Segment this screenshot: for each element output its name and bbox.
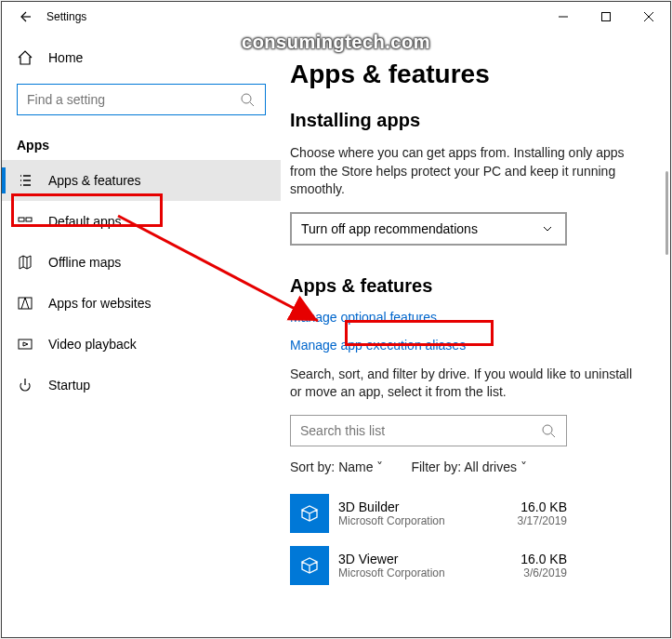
home-icon	[17, 49, 33, 66]
app-name: 3D Builder	[338, 499, 518, 514]
window-title: Settings	[46, 10, 86, 23]
list-icon	[17, 172, 33, 189]
svg-rect-4	[19, 298, 32, 309]
back-button[interactable]	[9, 2, 39, 32]
website-icon	[17, 295, 33, 312]
app-date: 3/6/2019	[520, 566, 567, 579]
app-size: 16.0 KB	[518, 499, 567, 514]
nav-default-apps[interactable]: Default apps	[2, 201, 281, 242]
minimize-button[interactable]	[542, 2, 585, 32]
sidebar-search[interactable]: Find a setting	[17, 84, 266, 115]
app-item[interactable]: 3D Viewer Microsoft Corporation 16.0 KB …	[290, 539, 567, 592]
app-tile-icon	[290, 546, 329, 585]
svg-rect-2	[19, 218, 24, 221]
search-icon	[239, 91, 256, 108]
app-search[interactable]: Search this list	[290, 415, 567, 446]
nav-label: Apps & features	[48, 173, 141, 188]
titlebar: Settings	[2, 2, 670, 32]
manage-aliases-link[interactable]: Manage app execution aliases	[290, 338, 644, 353]
filter-control[interactable]: Filter by: All drives ˅	[411, 459, 527, 474]
scrollbar[interactable]	[665, 171, 668, 255]
sort-label: Sort by:	[290, 459, 335, 474]
app-tile-icon	[290, 494, 329, 533]
video-icon	[17, 336, 33, 353]
svg-rect-3	[26, 218, 32, 221]
sort-control[interactable]: Sort by: Name ˅	[290, 459, 383, 474]
watermark: consumingtech.com	[242, 32, 430, 53]
nav-label: Startup	[48, 378, 90, 393]
installing-heading: Installing apps	[290, 110, 644, 131]
app-item[interactable]: 3D Builder Microsoft Corporation 16.0 KB…	[290, 487, 567, 539]
app-name: 3D Viewer	[338, 552, 520, 566]
svg-point-1	[242, 94, 251, 103]
nav-offline-maps[interactable]: Offline maps	[2, 242, 281, 283]
nav-label: Offline maps	[48, 255, 121, 270]
chevron-down-icon	[539, 220, 556, 237]
close-button[interactable]	[627, 2, 670, 32]
nav-label: Video playback	[48, 337, 137, 352]
app-date: 3/17/2019	[518, 514, 567, 527]
svg-rect-0	[602, 13, 611, 21]
installing-desc: Choose where you can get apps from. Inst…	[290, 144, 644, 199]
nav-label: Apps for websites	[48, 296, 152, 311]
sidebar-home-label: Home	[48, 50, 83, 65]
app-search-placeholder: Search this list	[300, 423, 385, 438]
section-apps-heading: Apps & features	[290, 275, 644, 297]
page-title: Apps & features	[290, 60, 644, 89]
defaults-icon	[17, 213, 33, 230]
svg-rect-5	[19, 339, 32, 349]
app-publisher: Microsoft Corporation	[338, 566, 520, 579]
settings-window: Settings Home Find a setting Apps Apps &…	[1, 1, 671, 638]
filter-value: All drives	[464, 459, 517, 474]
maximize-button[interactable]	[585, 2, 627, 32]
dropdown-value: Turn off app recommendations	[301, 221, 478, 236]
filter-label: Filter by:	[411, 459, 461, 474]
nav-startup[interactable]: Startup	[2, 365, 281, 406]
app-source-dropdown[interactable]: Turn off app recommendations	[290, 212, 567, 246]
app-publisher: Microsoft Corporation	[338, 514, 518, 527]
startup-icon	[17, 377, 33, 393]
sidebar-search-placeholder: Find a setting	[27, 92, 105, 107]
search-desc: Search, sort, and filter by drive. If yo…	[290, 366, 644, 402]
nav-video-playback[interactable]: Video playback	[2, 324, 281, 365]
search-icon	[540, 422, 557, 439]
nav-apps-features[interactable]: Apps & features	[2, 160, 281, 201]
nav-label: Default apps	[48, 214, 122, 229]
chevron-down-icon: ˅	[376, 459, 383, 474]
app-size: 16.0 KB	[520, 552, 567, 566]
sort-value: Name	[338, 459, 373, 474]
svg-point-6	[543, 425, 552, 434]
sidebar: Home Find a setting Apps Apps & features…	[2, 32, 281, 637]
sidebar-home[interactable]: Home	[2, 39, 281, 76]
map-icon	[17, 254, 33, 271]
main-panel: Apps & features Installing apps Choose w…	[281, 32, 670, 637]
manage-optional-features-link[interactable]: Manage optional features	[290, 310, 644, 325]
sidebar-section-label: Apps	[2, 123, 281, 160]
chevron-down-icon: ˅	[520, 459, 527, 474]
nav-apps-websites[interactable]: Apps for websites	[2, 283, 281, 324]
